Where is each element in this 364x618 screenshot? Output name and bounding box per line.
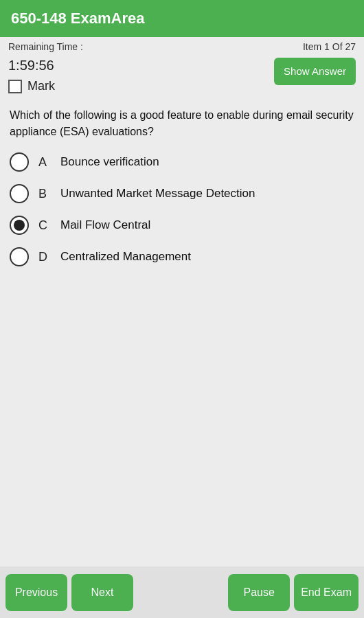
item-counter: Item 1 Of 27 <box>303 41 356 52</box>
timer-left: 1:59:56 Mark <box>8 58 55 93</box>
option-text-b: Unwanted Market Message Detection <box>60 187 255 201</box>
option-row-b[interactable]: BUnwanted Market Message Detection <box>10 184 354 203</box>
option-text-a: Bounce verification <box>60 155 159 169</box>
option-letter-d: D <box>38 250 51 264</box>
question-area: Which of the following is a good feature… <box>0 99 364 566</box>
options-list: ABounce verificationBUnwanted Market Mes… <box>10 152 354 266</box>
option-letter-b: B <box>38 187 51 201</box>
remaining-time-label: Remaining Time : <box>8 41 83 52</box>
option-text-c: Mail Flow Central <box>60 218 150 232</box>
radio-c[interactable] <box>10 216 29 235</box>
mark-row[interactable]: Mark <box>8 79 55 93</box>
info-bar: Remaining Time : Item 1 Of 27 <box>0 37 364 55</box>
question-text: Which of the following is a good feature… <box>10 107 354 140</box>
end-exam-button[interactable]: End Exam <box>294 574 359 611</box>
radio-b[interactable] <box>10 184 29 203</box>
show-answer-button[interactable]: Show Answer <box>274 58 356 85</box>
option-row-d[interactable]: DCentralized Management <box>10 247 354 266</box>
timer-row: 1:59:56 Mark Show Answer <box>0 55 364 99</box>
radio-a[interactable] <box>10 152 29 172</box>
countdown-timer: 1:59:56 <box>8 58 55 73</box>
mark-checkbox[interactable] <box>8 80 22 93</box>
option-letter-a: A <box>38 155 51 170</box>
pause-button[interactable]: Pause <box>228 574 290 611</box>
next-button[interactable]: Next <box>71 574 133 611</box>
app-title: 650-148 ExamArea <box>11 10 144 27</box>
previous-button[interactable]: Previous <box>5 574 67 611</box>
app-header: 650-148 ExamArea <box>0 0 364 37</box>
option-letter-c: C <box>38 218 51 233</box>
bottom-nav: Previous Next Pause End Exam <box>0 566 364 618</box>
mark-label: Mark <box>27 79 55 93</box>
radio-d[interactable] <box>10 247 29 266</box>
option-row-a[interactable]: ABounce verification <box>10 152 354 172</box>
option-row-c[interactable]: CMail Flow Central <box>10 216 354 235</box>
option-text-d: Centralized Management <box>60 250 191 264</box>
